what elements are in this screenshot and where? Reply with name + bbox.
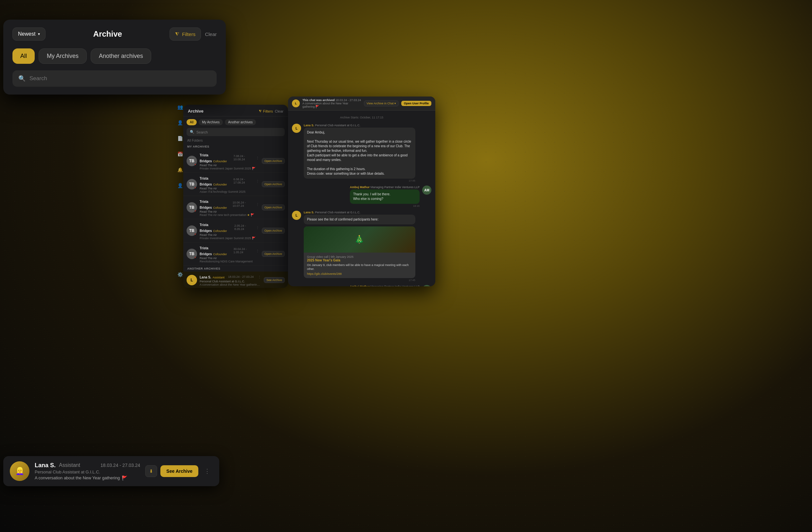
archive-date-range: 18.03.24 - 27.03.24 xyxy=(335,99,361,102)
filter-actions: ⧨ Filters Clear xyxy=(170,28,217,41)
archive-item[interactable]: TB Trista BridgesCofounder 6.08.24 - 17.… xyxy=(183,173,288,196)
open-archive-button[interactable]: Open Archive xyxy=(262,181,285,187)
clear-button[interactable]: Clear xyxy=(205,31,217,37)
archive-list-title: Archive xyxy=(188,109,204,114)
item-desc: Asian IT&Technology Summit 2025 xyxy=(200,190,259,193)
chat-messages: Archive Starts: October, 11 17:15 L Lana… xyxy=(288,110,435,286)
more-icon[interactable]: ⋮ xyxy=(256,179,259,183)
event-card-type: Group video call | 9th January 2025 xyxy=(307,255,412,258)
item-name: Trista Bridges xyxy=(200,246,212,256)
filters-button[interactable]: ⧨ Filters xyxy=(170,28,201,41)
archive-list-header: Archive ⧨ Filters Clear xyxy=(183,105,288,117)
avatar: TB xyxy=(187,156,197,166)
item-desc: A conversation about the New Year gather… xyxy=(200,283,261,286)
item-desc: Revolutionizing NDIS Care Management xyxy=(200,260,259,263)
tab-another-archives[interactable]: Another archives xyxy=(91,48,151,64)
my-archives-section-label: MY ARCHIVES xyxy=(183,144,288,149)
archive-tabs: All My Archives Another archives xyxy=(183,117,288,128)
message-bubble: Please see the list of confirmed partici… xyxy=(304,215,415,224)
more-icon[interactable]: ⋮ xyxy=(256,249,259,253)
open-archive-button[interactable]: Open Archive xyxy=(262,158,285,164)
flag-icon: 🚩 xyxy=(122,475,127,481)
archive-item[interactable]: TB Trista BridgesCofounder 2.05.24 - 8.0… xyxy=(183,219,288,242)
more-options-button[interactable]: ⋮ xyxy=(202,466,213,476)
filter-panel-title: Archive xyxy=(45,29,170,39)
item-sub: Read The Air xyxy=(200,210,259,213)
item-desc: Private Investment Japan Summit 2025 🚩 xyxy=(200,167,259,170)
archive-filter-btn[interactable]: ⧨ Filters xyxy=(259,109,273,113)
item-content: Trista BridgesCofounder 30.04.24 - 1.05.… xyxy=(200,245,259,263)
open-archive-button[interactable]: Open Archive xyxy=(262,251,285,257)
another-archives-section-label: ANOTHER ARCHIVES xyxy=(183,266,288,271)
item-date: 18.03.24 - 27.03.24 xyxy=(228,275,253,278)
message-content: Ambuj Mathur Managing Partner Indie Vent… xyxy=(308,285,420,286)
chevron-down-icon: ▾ xyxy=(38,32,40,36)
see-archive-button[interactable]: See Archive xyxy=(160,465,198,477)
filter-icon: ⧨ xyxy=(259,109,262,113)
archive-description: A conversation about the New Year gather… xyxy=(302,102,361,108)
item-role: Cofounder xyxy=(213,160,227,163)
archive-notice-text: This chat was archived 18.03.24 - 27.03.… xyxy=(302,99,361,108)
avatar: TB xyxy=(187,225,197,236)
event-card-image: 🎄 xyxy=(304,226,415,253)
item-content: Lana S.Assistant 18.03.24 - 27.03.24 ⋮ P… xyxy=(200,274,261,286)
archive-item[interactable]: TB Trista BridgesCofounder 10.06.24 - 10… xyxy=(183,196,288,219)
tab-all-sm[interactable]: All xyxy=(187,119,197,125)
archive-item[interactable]: TB Trista BridgesCofounder 7.08.24 - 10.… xyxy=(183,149,288,173)
item-role: Assistant xyxy=(213,276,225,279)
avatar: L xyxy=(292,124,301,133)
archive-header-actions: ⧨ Filters Clear xyxy=(259,109,284,113)
item-role: Cofounder xyxy=(213,253,227,256)
more-icon[interactable]: ⋮ xyxy=(256,226,259,230)
open-archive-button[interactable]: Open Archive xyxy=(262,205,285,210)
tab-my-archives-sm[interactable]: My Archives xyxy=(199,119,223,125)
event-card-description: On January 9, club members will be able … xyxy=(307,263,412,271)
item-role: Cofounder xyxy=(213,183,227,186)
search-input[interactable] xyxy=(29,75,211,82)
tab-all[interactable]: All xyxy=(12,48,35,64)
filter-icon: ⧨ xyxy=(175,31,179,37)
search-bar: 🔍 xyxy=(187,128,285,136)
avatar: L xyxy=(187,275,197,285)
filter-tabs: All My Archives Another archives xyxy=(12,48,217,64)
floating-date: 18.03.24 - 27.03.24 xyxy=(101,463,140,468)
item-sub: Read The Air xyxy=(200,256,259,260)
filter-panel: Newest ▾ Archive ⧨ Filters Clear All My … xyxy=(3,20,226,94)
open-archive-button[interactable]: Open Archive xyxy=(262,228,285,234)
item-role: Cofounder xyxy=(213,206,227,209)
archive-clear-btn[interactable]: Clear xyxy=(275,109,284,113)
message-bubble: Thank you. I will be there.Who else is c… xyxy=(350,189,420,204)
message-sender: Ambuj Mathur Managing Partner Indie Vent… xyxy=(308,285,420,286)
see-archive-button[interactable]: See Archive xyxy=(264,277,285,283)
search-icon: 🔍 xyxy=(190,130,194,134)
archive-list-panel: Archive ⧨ Filters Clear All My Archives … xyxy=(183,105,288,288)
more-icon[interactable]: ⋮ xyxy=(256,156,259,160)
more-icon[interactable]: ⋮ xyxy=(258,275,261,279)
avatar: AM xyxy=(422,285,431,286)
message-sender: Lana S. Personal Club Assistant at G.I.L… xyxy=(304,124,415,127)
search-input-sm[interactable] xyxy=(197,130,281,134)
flag-icon: 🚩 xyxy=(260,283,261,286)
archive-item[interactable]: L Lana S.Assistant 18.03.24 - 27.03.24 ⋮… xyxy=(183,271,288,288)
archive-item[interactable]: TB Trista BridgesCofounder 30.04.24 - 1.… xyxy=(183,242,288,266)
item-role: Cofounder xyxy=(213,230,227,233)
tab-my-archives[interactable]: My Archives xyxy=(39,48,87,64)
sender-role: Personal Club Assistant at G.I.L.C. xyxy=(315,124,361,127)
item-sub: Read The Air xyxy=(200,187,259,190)
item-name: Trista Bridges xyxy=(200,223,212,233)
download-button[interactable]: ⬇ xyxy=(145,465,157,477)
item-name: Trista Bridges xyxy=(200,153,212,163)
sender-role: Managing Partner Indie Ventures LLP xyxy=(371,285,420,286)
tab-another-archives-sm[interactable]: Another archives xyxy=(225,119,256,125)
open-user-profile-button[interactable]: Open User Profile xyxy=(401,101,431,106)
view-archive-in-chat-button[interactable]: View Archive in Chat ▾ xyxy=(364,101,398,106)
all-folders-label: All Folders xyxy=(183,139,288,144)
newest-dropdown[interactable]: Newest ▾ xyxy=(12,28,45,41)
message-content: Ambuj Mathur Managing Partner Indie Vent… xyxy=(350,186,420,207)
avatar: TB xyxy=(187,202,197,213)
event-card-body: Group video call | 9th January 2025 2025… xyxy=(304,253,415,278)
event-card-link[interactable]: https://gilc.club/events/288 xyxy=(307,272,412,276)
filters-label: Filters xyxy=(182,31,195,37)
more-icon[interactable]: ⋮ xyxy=(256,203,259,206)
item-sub: Read The Air xyxy=(200,164,259,167)
